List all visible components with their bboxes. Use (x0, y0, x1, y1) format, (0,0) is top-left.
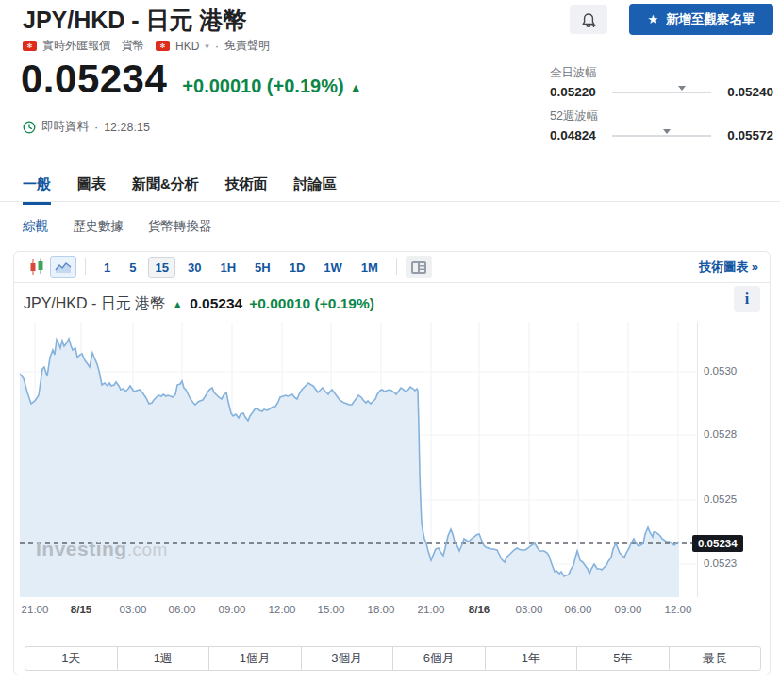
day-range-low: 0.05220 (550, 85, 605, 99)
last-price: 0.05234 (21, 57, 167, 102)
timeframe-1M[interactable]: 1M (355, 257, 385, 278)
period-1週[interactable]: 1週 (117, 647, 209, 670)
ranges-panel: 全日波幅 0.05220 0.05240 52週波幅 0.04824 0.055… (550, 65, 773, 152)
y-tick-0.0525: 0.0525 (704, 493, 737, 505)
week52-range-row: 0.04824 0.05572 (550, 128, 773, 142)
timeframe-5H[interactable]: 5H (248, 257, 277, 278)
x-tick-18:00: 18:00 (368, 604, 395, 615)
disclaimer-link[interactable]: 免責聲明 (224, 38, 270, 54)
realtime-label: 即時資料 (41, 119, 89, 135)
timeframe-30[interactable]: 30 (181, 257, 207, 278)
y-tick-0.0528: 0.0528 (704, 428, 737, 440)
candlestick-icon (27, 258, 46, 275)
x-tick-21:00: 21:00 (22, 604, 49, 615)
x-tick-03:00: 03:00 (516, 604, 543, 615)
day-range-marker (678, 86, 686, 91)
price-change: +0.00010 (+0.19%) ▲ (182, 75, 362, 97)
chart-header: JPY/HKD - 日元 港幣 ▲ 0.05234 +0.00010 (+0.1… (24, 294, 374, 314)
line-chart-icon (55, 260, 72, 274)
breadcrumb-forex-link[interactable]: 實時外匯報價 (42, 38, 110, 54)
star-icon: ★ (647, 12, 658, 26)
toolbar-separator (85, 258, 86, 275)
investing-watermark: Investing.com (36, 538, 168, 560)
quote-price-row: 0.05234 +0.00010 (+0.19%) ▲ (21, 57, 362, 102)
breadcrumb-separator: · (215, 40, 219, 53)
timeframe-1H[interactable]: 1H (213, 257, 242, 278)
toolbar-separator (396, 258, 397, 275)
candlestick-chart-button[interactable] (24, 256, 50, 278)
watchlist-button-label: 新增至觀察名單 (666, 11, 755, 28)
timeframe-5[interactable]: 5 (123, 257, 142, 278)
timeframe-1D[interactable]: 1D (283, 257, 312, 278)
x-tick-12:00: 12:00 (665, 604, 692, 615)
timeframe-1[interactable]: 1 (97, 257, 117, 278)
breadcrumb-hkd-dropdown[interactable]: HKD (175, 40, 199, 53)
technical-chart-link[interactable]: 技術圖表 » (699, 258, 758, 275)
news-overlay-button[interactable] (406, 256, 432, 278)
y-tick-0.0530: 0.0530 (704, 365, 737, 376)
x-tick-06:00: 06:00 (565, 604, 592, 615)
watermark-dotcom: .com (127, 540, 168, 559)
timeframe-group: 1515301H5H1D1W1M (94, 257, 388, 278)
chart-widget: 1515301H5H1D1W1M 技術圖表 » JPY/HKD - 日元 港幣 … (13, 251, 771, 675)
period-1個月[interactable]: 1個月 (208, 647, 301, 670)
day-range-bar (612, 92, 711, 93)
chart-toolbar: 1515301H5H1D1W1M 技術圖表 » (14, 252, 770, 283)
chart-price-change: +0.00010 (+0.19%) (249, 295, 374, 312)
day-range-label: 全日波幅 (550, 65, 773, 81)
news-icon (411, 261, 426, 274)
x-tick-09:00: 09:00 (615, 604, 642, 615)
x-tick-06:00: 06:00 (169, 604, 196, 615)
watermark-bold: Investing (36, 538, 127, 559)
chevron-down-icon[interactable]: ▾ (205, 42, 209, 51)
breadcrumb: ✻ 實時外匯報價 貨幣 ✻ HKD ▾ · 免責聲明 (23, 38, 270, 54)
x-tick-8/15: 8/15 (71, 604, 91, 615)
period-5年[interactable]: 5年 (576, 647, 669, 670)
period-最長[interactable]: 最長 (669, 647, 761, 670)
create-alert-button[interactable] (570, 5, 607, 34)
timeframe-15[interactable]: 15 (148, 257, 174, 278)
x-tick-8/16: 8/16 (469, 604, 490, 615)
tabs-divider (0, 201, 780, 202)
week52-range-bar (612, 135, 711, 137)
page-title: JPY/HKD - 日元 港幣 (23, 5, 247, 36)
period-selector: 1天1週1個月3個月6個月1年5年最長 (25, 646, 761, 671)
add-to-watchlist-button[interactable]: ★ 新增至觀察名單 (629, 4, 773, 35)
line-chart-button[interactable] (50, 256, 76, 278)
period-6個月[interactable]: 6個月 (392, 647, 485, 670)
day-range-row: 0.05220 0.05240 (550, 85, 773, 99)
current-price-tag: 0.05234 (692, 535, 743, 552)
breadcrumb-currency-link[interactable]: 貨幣 (122, 38, 144, 54)
x-tick-09:00: 09:00 (219, 604, 246, 615)
chart-instrument-title: JPY/HKD - 日元 港幣 (24, 294, 165, 314)
period-1天[interactable]: 1天 (25, 647, 117, 670)
x-tick-03:00: 03:00 (120, 604, 147, 615)
price-change-value: +0.00010 (+0.19%) (182, 75, 343, 96)
timeframe-1W[interactable]: 1W (317, 257, 349, 278)
x-tick-21:00: 21:00 (418, 604, 445, 615)
x-tick-12:00: 12:00 (269, 604, 296, 615)
subtab-貨幣轉換器[interactable]: 貨幣轉換器 (148, 218, 212, 235)
chart-up-arrow-icon: ▲ (172, 298, 183, 311)
bell-plus-icon (580, 11, 597, 28)
hk-flag-icon: ✻ (156, 41, 170, 51)
week52-range-marker (663, 129, 671, 134)
up-arrow-icon: ▲ (349, 80, 362, 95)
chart-last-price: 0.05234 (190, 295, 242, 312)
sub-tabs: 綜觀歷史數據貨幣轉換器 (23, 218, 212, 235)
hk-flag-icon: ✻ (23, 41, 37, 51)
week52-range-high: 0.05572 (719, 128, 773, 142)
period-1年[interactable]: 1年 (485, 647, 577, 670)
quote-page: JPY/HKD - 日元 港幣 ★ 新增至觀察名單 ✻ 實時外匯報價 貨幣 ✻ … (0, 0, 780, 700)
chart-info-button[interactable]: i (734, 286, 760, 312)
subtab-歷史數據[interactable]: 歷史數據 (73, 218, 124, 235)
day-range-high: 0.05240 (719, 85, 773, 99)
period-3個月[interactable]: 3個月 (301, 647, 393, 670)
realtime-status: 即時資料 · 12:28:15 (23, 119, 150, 135)
clock-icon (23, 121, 36, 134)
subtab-綜觀[interactable]: 綜觀 (23, 218, 48, 235)
y-tick-0.0523: 0.0523 (704, 558, 737, 569)
week52-range-label: 52週波幅 (550, 108, 773, 125)
quote-time: 12:28:15 (104, 121, 150, 134)
week52-range-low: 0.04824 (550, 128, 605, 142)
